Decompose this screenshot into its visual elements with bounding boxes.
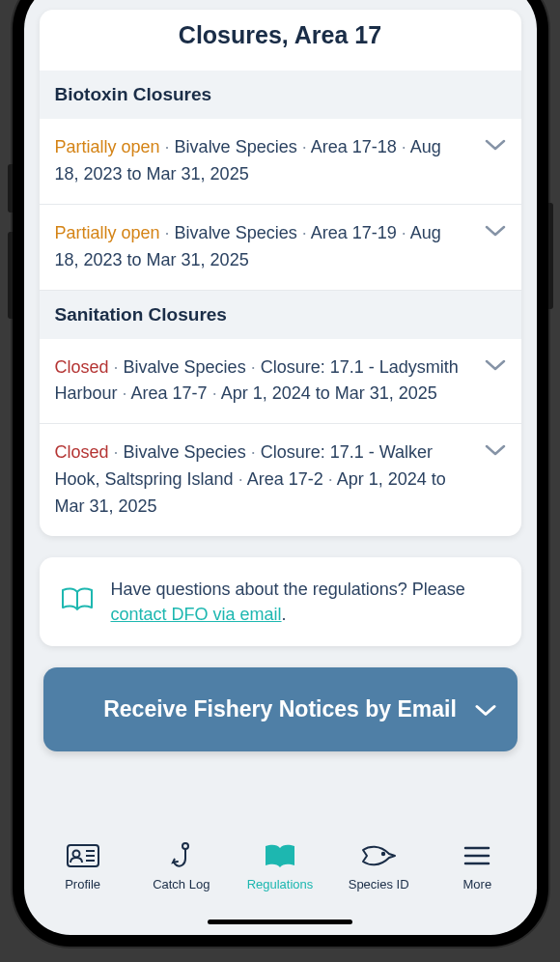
area-label: Area 17-19	[311, 223, 397, 242]
page-title: Closures, Area 17	[40, 10, 521, 71]
closure-item[interactable]: Partially open · Bivalve Species · Area …	[40, 119, 521, 205]
menu-icon	[463, 840, 490, 871]
nav-profile[interactable]: Profile	[41, 840, 126, 891]
separator-dot: ·	[251, 357, 261, 377]
status-badge: Partially open	[55, 137, 160, 156]
nav-label: More	[463, 877, 492, 891]
separator-dot: ·	[402, 137, 410, 156]
nav-label: Species ID	[349, 877, 409, 891]
bottom-nav: Profile Catch Log Regu	[24, 819, 537, 935]
separator-dot: ·	[302, 223, 311, 242]
closure-item[interactable]: Partially open · Bivalve Species · Area …	[40, 205, 521, 291]
separator-dot: ·	[114, 357, 124, 377]
separator-dot: ·	[114, 442, 124, 462]
closure-text: Closed · Bivalve Species · Closure: 17.1…	[55, 354, 463, 409]
info-text: Have questions about the regulations? Pl…	[111, 577, 500, 627]
svg-point-7	[382, 853, 384, 855]
nav-more[interactable]: More	[434, 840, 519, 891]
nav-label: Catch Log	[153, 877, 210, 891]
phone-frame: Closures, Area 17 Biotoxin Closures Part…	[13, 0, 548, 947]
chevron-down-icon[interactable]	[475, 220, 506, 238]
area-label: Area 17-7	[131, 383, 208, 403]
book-open-icon	[61, 586, 94, 617]
chevron-down-icon	[475, 696, 496, 722]
info-card: Have questions about the regulations? Pl…	[40, 557, 521, 646]
content-area: Closures, Area 17 Biotoxin Closures Part…	[24, 0, 537, 819]
info-trail: .	[282, 605, 287, 624]
dates-label: Apr 1, 2024 to Mar 31, 2025	[221, 383, 437, 403]
species-label: Bivalve Species	[124, 442, 246, 462]
status-badge: Closed	[55, 442, 109, 462]
nav-regulations[interactable]: Regulations	[238, 840, 322, 891]
separator-dot: ·	[328, 469, 337, 489]
separator-dot: ·	[212, 383, 221, 403]
chevron-down-icon[interactable]	[475, 354, 506, 372]
phone-volume-down	[8, 232, 13, 319]
nav-catch-log[interactable]: Catch Log	[139, 840, 224, 891]
contact-dfo-link[interactable]: contact DFO via email	[111, 605, 282, 624]
status-badge: Partially open	[55, 223, 160, 242]
closure-text: Partially open · Bivalve Species · Area …	[55, 134, 463, 188]
phone-screen: Closures, Area 17 Biotoxin Closures Part…	[24, 0, 537, 935]
separator-dot: ·	[402, 223, 410, 242]
info-lead: Have questions about the regulations? Pl…	[111, 580, 465, 599]
fish-icon	[360, 840, 397, 871]
area-label: Area 17-2	[247, 469, 323, 489]
separator-dot: ·	[123, 383, 131, 403]
separator-dot: ·	[238, 469, 247, 489]
species-label: Bivalve Species	[124, 357, 246, 377]
phone-volume-up	[8, 164, 13, 212]
species-label: Bivalve Species	[175, 223, 297, 242]
chevron-down-icon[interactable]	[475, 134, 506, 152]
profile-icon	[66, 840, 100, 871]
separator-dot: ·	[165, 137, 175, 156]
closures-card: Closures, Area 17 Biotoxin Closures Part…	[40, 10, 521, 536]
nav-label: Regulations	[247, 877, 314, 891]
section-header-biotoxin: Biotoxin Closures	[40, 71, 521, 119]
nav-label: Profile	[65, 877, 100, 891]
section-header-sanitation: Sanitation Closures	[40, 291, 521, 339]
separator-dot: ·	[165, 223, 175, 242]
species-label: Bivalve Species	[175, 137, 297, 156]
svg-point-2	[72, 851, 79, 858]
closure-text: Partially open · Bivalve Species · Area …	[55, 220, 463, 274]
hook-icon	[169, 840, 194, 871]
closure-text: Closed · Bivalve Species · Closure: 17.1…	[55, 439, 463, 521]
closure-item[interactable]: Closed · Bivalve Species · Closure: 17.1…	[40, 339, 521, 425]
home-indicator[interactable]	[208, 920, 352, 924]
separator-dot: ·	[302, 137, 311, 156]
cta-label: Receive Fishery Notices by Email	[69, 694, 492, 724]
receive-notices-button[interactable]: Receive Fishery Notices by Email	[43, 667, 518, 751]
chevron-down-icon[interactable]	[475, 439, 506, 457]
phone-power-button	[548, 203, 553, 309]
area-label: Area 17-18	[311, 137, 397, 156]
status-badge: Closed	[55, 357, 109, 377]
closure-item[interactable]: Closed · Bivalve Species · Closure: 17.1…	[40, 424, 521, 536]
book-icon	[264, 840, 296, 871]
separator-dot: ·	[251, 442, 261, 462]
nav-species-id[interactable]: Species ID	[336, 840, 421, 891]
